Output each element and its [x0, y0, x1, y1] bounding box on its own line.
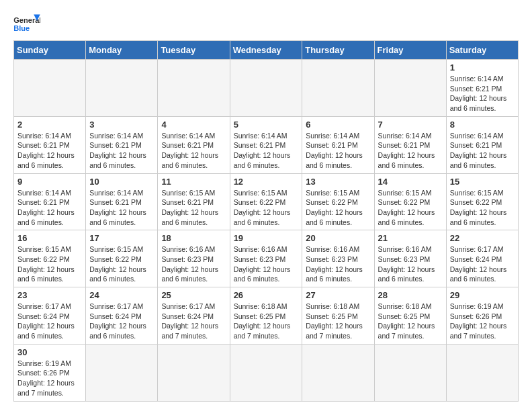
calendar-day-cell: 29Sunrise: 6:19 AM Sunset: 6:26 PM Dayli… [446, 287, 518, 345]
calendar-day-cell: 27Sunrise: 6:18 AM Sunset: 6:25 PM Dayli… [302, 287, 374, 345]
day-info: Sunrise: 6:19 AM Sunset: 6:26 PM Dayligh… [17, 359, 82, 398]
day-info: Sunrise: 6:15 AM Sunset: 6:22 PM Dayligh… [89, 244, 154, 284]
calendar-header-row: SundayMondayTuesdayWednesdayThursdayFrid… [14, 41, 519, 60]
calendar-week-row: 23Sunrise: 6:17 AM Sunset: 6:24 PM Dayli… [14, 287, 519, 345]
calendar-day-cell: 17Sunrise: 6:15 AM Sunset: 6:22 PM Dayli… [86, 230, 158, 287]
day-info: Sunrise: 6:15 AM Sunset: 6:21 PM Dayligh… [161, 188, 226, 228]
calendar-day-cell [86, 344, 158, 401]
calendar-day-cell: 18Sunrise: 6:16 AM Sunset: 6:23 PM Dayli… [158, 230, 230, 287]
calendar-day-cell: 16Sunrise: 6:15 AM Sunset: 6:22 PM Dayli… [14, 230, 86, 287]
day-number: 19 [234, 233, 299, 243]
calendar-day-cell: 19Sunrise: 6:16 AM Sunset: 6:23 PM Dayli… [230, 230, 302, 287]
day-number: 21 [378, 233, 443, 243]
calendar-day-cell: 28Sunrise: 6:18 AM Sunset: 6:25 PM Dayli… [374, 287, 446, 345]
day-info: Sunrise: 6:16 AM Sunset: 6:23 PM Dayligh… [306, 244, 370, 284]
day-info: Sunrise: 6:14 AM Sunset: 6:21 PM Dayligh… [89, 131, 154, 171]
calendar-day-cell: 23Sunrise: 6:17 AM Sunset: 6:24 PM Dayli… [14, 287, 86, 345]
day-info: Sunrise: 6:14 AM Sunset: 6:21 PM Dayligh… [161, 131, 226, 171]
header-sunday: Sunday [14, 41, 86, 60]
calendar-day-cell [374, 344, 446, 401]
calendar-day-cell: 5Sunrise: 6:14 AM Sunset: 6:21 PM Daylig… [230, 116, 302, 173]
calendar-week-row: 30Sunrise: 6:19 AM Sunset: 6:26 PM Dayli… [14, 344, 519, 401]
calendar-day-cell [230, 344, 302, 401]
day-info: Sunrise: 6:16 AM Sunset: 6:23 PM Dayligh… [378, 244, 443, 284]
calendar-day-cell: 14Sunrise: 6:15 AM Sunset: 6:22 PM Dayli… [374, 173, 446, 230]
calendar-week-row: 2Sunrise: 6:14 AM Sunset: 6:21 PM Daylig… [14, 116, 519, 173]
day-number: 18 [161, 233, 226, 243]
day-info: Sunrise: 6:14 AM Sunset: 6:21 PM Dayligh… [306, 131, 370, 171]
day-number: 12 [234, 177, 299, 187]
day-number: 6 [306, 120, 370, 130]
header-thursday: Thursday [302, 41, 374, 60]
day-number: 9 [17, 177, 82, 187]
day-number: 14 [378, 177, 443, 187]
calendar-day-cell: 2Sunrise: 6:14 AM Sunset: 6:21 PM Daylig… [14, 116, 86, 173]
calendar-day-cell [158, 60, 230, 117]
calendar-week-row: 16Sunrise: 6:15 AM Sunset: 6:22 PM Dayli… [14, 230, 519, 287]
day-number: 20 [306, 233, 370, 243]
day-info: Sunrise: 6:17 AM Sunset: 6:24 PM Dayligh… [161, 302, 226, 341]
day-number: 11 [161, 177, 226, 187]
calendar-day-cell: 20Sunrise: 6:16 AM Sunset: 6:23 PM Dayli… [302, 230, 374, 287]
day-info: Sunrise: 6:17 AM Sunset: 6:24 PM Dayligh… [450, 244, 515, 284]
day-number: 30 [17, 347, 82, 357]
calendar-day-cell: 25Sunrise: 6:17 AM Sunset: 6:24 PM Dayli… [158, 287, 230, 345]
calendar-day-cell: 26Sunrise: 6:18 AM Sunset: 6:25 PM Dayli… [230, 287, 302, 345]
day-number: 8 [450, 120, 515, 130]
calendar-day-cell: 6Sunrise: 6:14 AM Sunset: 6:21 PM Daylig… [302, 116, 374, 173]
calendar-day-cell: 13Sunrise: 6:15 AM Sunset: 6:22 PM Dayli… [302, 173, 374, 230]
calendar-day-cell [86, 60, 158, 117]
day-info: Sunrise: 6:15 AM Sunset: 6:22 PM Dayligh… [306, 188, 370, 228]
day-info: Sunrise: 6:15 AM Sunset: 6:22 PM Dayligh… [17, 244, 82, 284]
calendar-day-cell: 3Sunrise: 6:14 AM Sunset: 6:21 PM Daylig… [86, 116, 158, 173]
header-wednesday: Wednesday [230, 41, 302, 60]
day-number: 29 [450, 290, 515, 300]
calendar-day-cell [302, 60, 374, 117]
calendar-table: SundayMondayTuesdayWednesdayThursdayFrid… [13, 40, 519, 402]
header-tuesday: Tuesday [158, 41, 230, 60]
calendar-day-cell: 4Sunrise: 6:14 AM Sunset: 6:21 PM Daylig… [158, 116, 230, 173]
calendar-day-cell: 15Sunrise: 6:15 AM Sunset: 6:22 PM Dayli… [446, 173, 518, 230]
day-number: 23 [17, 290, 82, 300]
day-info: Sunrise: 6:16 AM Sunset: 6:23 PM Dayligh… [234, 244, 299, 284]
day-info: Sunrise: 6:15 AM Sunset: 6:22 PM Dayligh… [450, 188, 515, 228]
calendar-day-cell: 21Sunrise: 6:16 AM Sunset: 6:23 PM Dayli… [374, 230, 446, 287]
calendar-day-cell: 11Sunrise: 6:15 AM Sunset: 6:21 PM Dayli… [158, 173, 230, 230]
day-number: 25 [161, 290, 226, 300]
day-info: Sunrise: 6:14 AM Sunset: 6:21 PM Dayligh… [89, 188, 154, 228]
day-info: Sunrise: 6:18 AM Sunset: 6:25 PM Dayligh… [378, 302, 443, 341]
day-info: Sunrise: 6:15 AM Sunset: 6:22 PM Dayligh… [378, 188, 443, 228]
calendar-week-row: 9Sunrise: 6:14 AM Sunset: 6:21 PM Daylig… [14, 173, 519, 230]
day-info: Sunrise: 6:14 AM Sunset: 6:21 PM Dayligh… [234, 131, 299, 171]
day-number: 27 [306, 290, 370, 300]
calendar-day-cell: 8Sunrise: 6:14 AM Sunset: 6:21 PM Daylig… [446, 116, 518, 173]
calendar-day-cell: 30Sunrise: 6:19 AM Sunset: 6:26 PM Dayli… [14, 344, 86, 401]
day-number: 10 [89, 177, 154, 187]
day-number: 5 [234, 120, 299, 130]
calendar-day-cell [158, 344, 230, 401]
day-info: Sunrise: 6:19 AM Sunset: 6:26 PM Dayligh… [450, 302, 515, 341]
day-number: 2 [17, 120, 82, 130]
day-info: Sunrise: 6:14 AM Sunset: 6:21 PM Dayligh… [17, 131, 82, 171]
calendar-day-cell [302, 344, 374, 401]
calendar-day-cell: 10Sunrise: 6:14 AM Sunset: 6:21 PM Dayli… [86, 173, 158, 230]
day-number: 1 [450, 62, 515, 73]
day-number: 4 [161, 120, 226, 130]
day-number: 13 [306, 177, 370, 187]
day-info: Sunrise: 6:17 AM Sunset: 6:24 PM Dayligh… [17, 302, 82, 341]
day-info: Sunrise: 6:17 AM Sunset: 6:24 PM Dayligh… [89, 302, 154, 341]
day-info: Sunrise: 6:14 AM Sunset: 6:21 PM Dayligh… [450, 74, 515, 113]
day-number: 17 [89, 233, 154, 243]
day-info: Sunrise: 6:18 AM Sunset: 6:25 PM Dayligh… [306, 302, 370, 341]
day-info: Sunrise: 6:16 AM Sunset: 6:23 PM Dayligh… [161, 244, 226, 284]
day-number: 24 [89, 290, 154, 300]
day-number: 16 [17, 233, 82, 243]
day-info: Sunrise: 6:15 AM Sunset: 6:22 PM Dayligh… [234, 188, 299, 228]
calendar-day-cell [14, 60, 86, 117]
calendar-day-cell: 12Sunrise: 6:15 AM Sunset: 6:22 PM Dayli… [230, 173, 302, 230]
header-monday: Monday [86, 41, 158, 60]
header-friday: Friday [374, 41, 446, 60]
calendar-day-cell [374, 60, 446, 117]
day-number: 28 [378, 290, 443, 300]
calendar-day-cell: 7Sunrise: 6:14 AM Sunset: 6:21 PM Daylig… [374, 116, 446, 173]
